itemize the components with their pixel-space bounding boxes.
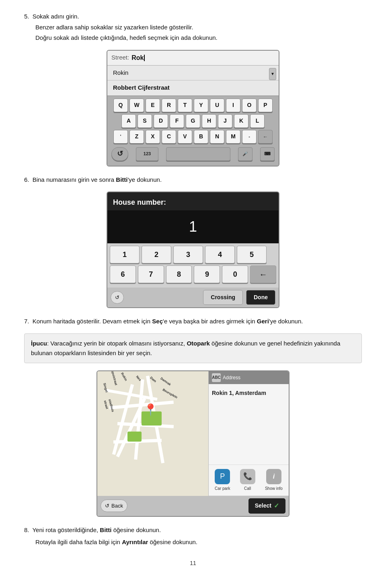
tip-label: İpucu [31, 340, 47, 347]
call-btn[interactable]: 📞 Call [240, 469, 255, 491]
kb-keys-area: Q W E R T Y U I O P A S D F G H J K [107, 96, 279, 166]
map-select-label: Select [255, 502, 271, 510]
kb-key-R[interactable]: R [162, 99, 176, 112]
step-8-num: 8. [24, 526, 29, 533]
tip-text1: : Varacağınız yerin bir otopark olmasını… [47, 340, 187, 347]
kb-key-P[interactable]: P [258, 99, 273, 112]
map-select-btn[interactable]: Select ✓ [248, 498, 285, 514]
kb-suggestion-2[interactable]: Robbert Cijferstraat [107, 80, 279, 96]
map-select-checkmark-icon: ✓ [274, 501, 279, 511]
map-back-label: Back [111, 502, 123, 510]
step-7-t3: 'ye dokunun. [269, 318, 303, 325]
kb-key-backspace[interactable]: ← [258, 130, 273, 144]
map-back-btn[interactable]: ↺ Back [101, 500, 127, 512]
step-6-num: 6. [24, 176, 29, 183]
kb-key-M[interactable]: M [226, 130, 240, 144]
kb-space-btn[interactable] [166, 147, 230, 161]
kb-undo-btn[interactable]: ↺ [111, 147, 128, 161]
step-7: 7. Konum haritada gösterilir. Devam etme… [24, 317, 362, 326]
kb-key-S[interactable]: S [138, 114, 152, 128]
final-text-bold: Ayrıntılar [122, 539, 148, 545]
map-right-actions: P Car park 📞 Call i Show info [209, 465, 289, 496]
hn-done-btn[interactable]: Done [246, 290, 275, 305]
house-number-screen: House number: 1 1 2 3 4 5 6 7 8 9 0 ← ↺ [107, 191, 279, 308]
kb-key-X[interactable]: X [146, 130, 160, 144]
step-5-line1: 5. Sokak adını girin. [24, 12, 362, 21]
keyboard-screen: Street: Rok Rokin Robbert Cijferstraat ▼… [107, 50, 279, 167]
hn-key-3[interactable]: 3 [173, 246, 203, 263]
final-text-suffix: öğesine dokunun. [148, 539, 197, 545]
step-8-bold: Bitti [100, 526, 111, 533]
kb-key-L[interactable]: L [250, 114, 265, 128]
hn-key-7[interactable]: 7 [138, 265, 164, 283]
step-5-text1: Sokak adını girin. [33, 13, 79, 20]
kb-header: Street: Rok [107, 51, 279, 66]
map-label-singel: Singel [102, 382, 109, 393]
step-7-text: 7. Konum haritada gösterilir. Devam etme… [24, 317, 362, 326]
kb-key-N[interactable]: N [210, 130, 224, 144]
kb-123-btn[interactable]: 123 [136, 147, 158, 161]
step-8: 8. Yeni rota gösterildiğinde, Bitti öğes… [24, 526, 362, 547]
map-pin: 📍 [144, 401, 158, 418]
hn-undo-icon: ↺ [115, 294, 119, 302]
final-text-prefix: Rotayla ilgili daha fazla bilgi için [35, 539, 122, 545]
kb-bottom-row: ↺ 123 🎤 ⌨ [109, 146, 277, 163]
kb-key-Z[interactable]: Z [129, 130, 144, 144]
kb-key-H[interactable]: H [202, 114, 216, 128]
hn-key-9[interactable]: 9 [194, 265, 220, 283]
carpark-label: Car park [215, 485, 230, 491]
kb-key-E[interactable]: E [146, 99, 160, 112]
kb-key-J[interactable]: J [218, 114, 232, 128]
step-6: 6. Bina numarasını girin ve sonra Bitti'… [24, 175, 362, 185]
hn-action-buttons: Crossing Done [203, 290, 275, 305]
hn-key-0[interactable]: 0 [222, 265, 248, 283]
kb-key-F[interactable]: F [170, 114, 184, 128]
hn-crossing-btn[interactable]: Crossing [203, 290, 243, 305]
show-info-btn[interactable]: i Show info [265, 469, 283, 491]
hn-key-5[interactable]: 5 [237, 246, 267, 263]
step-7-num: 7. [24, 318, 29, 325]
final-text: Rotayla ilgili daha fazla bilgi için Ayr… [35, 538, 362, 547]
hn-key-1[interactable]: 1 [110, 246, 140, 263]
step-7-t1: Konum haritada gösterilir. Devam etmek i… [33, 318, 152, 325]
show-info-label: Show info [265, 485, 283, 491]
kb-key-D[interactable]: D [154, 114, 168, 128]
kb-key-dash[interactable]: - [242, 130, 257, 144]
hn-undo-btn[interactable]: ↺ [111, 291, 124, 304]
carpark-icon: P [215, 469, 230, 484]
kb-key-apostrophe[interactable]: ' [113, 130, 128, 144]
kb-key-O[interactable]: O [242, 99, 257, 112]
hn-key-6[interactable]: 6 [110, 265, 136, 283]
hn-key-4[interactable]: 4 [205, 246, 235, 263]
kb-key-Q[interactable]: Q [113, 99, 128, 112]
hn-key-backspace[interactable]: ← [250, 265, 276, 283]
kb-key-V[interactable]: V [178, 130, 192, 144]
map-left: Singel Spuistraat Rokin Nes Dam Damrak B… [97, 371, 208, 496]
hn-display: 1 [107, 210, 279, 243]
kb-key-A[interactable]: A [121, 114, 136, 128]
kb-key-Y[interactable]: Y [194, 99, 208, 112]
kb-scroll[interactable]: ▼ [269, 68, 276, 80]
map-label-beursplein: Beursplein [162, 387, 179, 400]
step-6-suffix: 'ye dokunun. [127, 176, 162, 183]
step-8-text: 8. Yeni rota gösterildiğinde, Bitti öğes… [24, 526, 362, 535]
step-5: 5. Sokak adını girin. Benzer adlara sahi… [24, 12, 362, 43]
kb-suggestion-1[interactable]: Rokin [107, 66, 279, 81]
kb-key-T[interactable]: T [178, 99, 192, 112]
map-right-header-label: Address [223, 374, 240, 381]
kb-key-G[interactable]: G [186, 114, 200, 128]
kb-mic-btn[interactable]: 🎤 [238, 147, 253, 161]
hn-key-2[interactable]: 2 [142, 246, 171, 263]
kb-key-K[interactable]: K [234, 114, 248, 128]
hn-key-8[interactable]: 8 [166, 265, 192, 283]
kb-key-U[interactable]: U [210, 99, 224, 112]
kb-key-B[interactable]: B [194, 130, 208, 144]
carpark-btn[interactable]: P Car park [215, 469, 230, 491]
kb-key-C[interactable]: C [162, 130, 176, 144]
tip-box: İpucu: Varacağınız yerin bir otopark olm… [24, 333, 362, 363]
kb-hide-kb-btn[interactable]: ⌨ [260, 147, 275, 161]
kb-key-I[interactable]: I [226, 99, 240, 112]
keyboard-screenshot-container: Street: Rok Rokin Robbert Cijferstraat ▼… [24, 50, 362, 167]
map-label-stadhuis: stadhuisstraat [103, 399, 115, 414]
kb-key-W[interactable]: W [129, 99, 144, 112]
